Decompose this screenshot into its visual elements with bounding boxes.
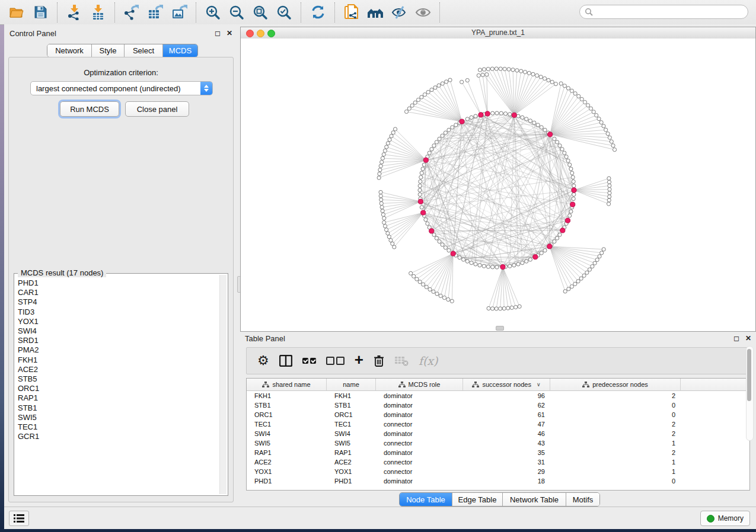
mcds-result-item[interactable]: ORC1 [18, 384, 216, 393]
network-window-titlebar[interactable]: YPA_prune.txt_1 [241, 27, 755, 39]
table-cell-successor_nodes: 29 [463, 468, 550, 475]
select-all-columns-icon[interactable] [302, 352, 316, 370]
open-session-icon[interactable] [5, 2, 28, 23]
table-cell-predecessor_nodes: 0 [550, 411, 681, 418]
table-row[interactable]: SWI4SWI4dominator462 [247, 429, 749, 438]
function-builder-icon: f(x) [419, 352, 438, 370]
table-cell-mcds_role: connector [376, 468, 463, 475]
control-panel-title: Control Panel [5, 27, 237, 38]
mcds-result-item[interactable]: STB5 [18, 374, 216, 384]
mcds-result-item[interactable]: PHD1 [18, 278, 216, 288]
import-table-icon[interactable] [86, 2, 110, 23]
window-minimize-icon[interactable] [257, 30, 264, 37]
table-panel-title: Table Panel [240, 332, 756, 343]
table-row[interactable]: RAP1RAP1dominator352 [247, 448, 749, 457]
mcds-result-item[interactable]: STP4 [18, 297, 216, 307]
zoom-in-icon[interactable] [201, 2, 225, 23]
delete-column-icon[interactable] [374, 352, 384, 370]
tab-motifs[interactable]: Motifs [566, 493, 599, 506]
tab-style[interactable]: Style [92, 44, 125, 57]
save-session-icon[interactable] [28, 2, 52, 23]
close-panel-button[interactable]: Close panel [125, 101, 189, 117]
mcds-result-item[interactable]: PMA2 [18, 345, 216, 355]
table-row[interactable]: FKH1FKH1dominator962 [247, 391, 749, 400]
table-cell-predecessor_nodes: 1 [550, 459, 681, 466]
tab-mcds[interactable]: MCDS [163, 44, 197, 57]
column-header-shared-name[interactable]: shared name [247, 379, 327, 390]
tab-node-table[interactable]: Node Table [400, 493, 452, 506]
window-maximize-icon[interactable] [267, 30, 275, 37]
table-cell-mcds_role: connector [376, 421, 463, 428]
table-panel-float-icon[interactable]: ◻ [733, 334, 739, 342]
table-row[interactable]: SWI5SWI5connector431 [247, 438, 749, 448]
hide-selected-icon[interactable] [387, 2, 411, 23]
column-header-label: successor nodes [482, 381, 531, 388]
mcds-result-item[interactable]: YOX1 [18, 317, 216, 326]
mcds-result-item[interactable]: SWI5 [18, 413, 216, 422]
import-network-icon[interactable] [62, 2, 86, 23]
tab-select[interactable]: Select [125, 44, 163, 57]
table-cell-shared_name: SWI5 [247, 440, 327, 447]
toolbar-group-export [115, 2, 196, 23]
search-field[interactable] [579, 5, 748, 19]
table-options-gear-icon[interactable]: ⚙ [257, 352, 269, 370]
table-row[interactable]: ACE2ACE2connector311 [247, 457, 749, 467]
show-panel-list-button[interactable] [9, 511, 29, 526]
toolbar-group-file [0, 2, 58, 23]
network-scroll-grip[interactable] [496, 326, 504, 331]
table-row[interactable]: PHD1PHD1dominator180 [247, 476, 749, 486]
refresh-icon[interactable] [306, 2, 330, 23]
mcds-result-item[interactable]: FKH1 [18, 355, 216, 365]
column-type-icon [582, 382, 589, 388]
zoom-out-icon[interactable] [225, 2, 248, 23]
column-header-predecessor-nodes[interactable]: predecessor nodes [550, 379, 681, 390]
node-table-scrollbar[interactable] [746, 346, 754, 441]
mcds-result-item[interactable]: STB1 [18, 403, 216, 413]
mcds-result-item[interactable]: ACE2 [18, 365, 216, 374]
export-network-icon[interactable] [120, 2, 143, 23]
column-header-successor-nodes[interactable]: successor nodes∨ [463, 379, 550, 390]
mcds-result-scrollbar[interactable] [219, 275, 227, 494]
sort-indicator-icon[interactable]: ∨ [537, 382, 541, 387]
mcds-result-item[interactable]: CAR1 [18, 288, 216, 297]
network-canvas-area[interactable] [241, 39, 755, 331]
show-all-icon[interactable] [411, 2, 435, 23]
scrollbar-thumb[interactable] [747, 349, 751, 401]
table-panel-close-icon[interactable]: ✕ [745, 334, 751, 342]
memory-button[interactable]: Memory [700, 511, 750, 526]
table-row[interactable]: YOX1YOX1connector291 [247, 467, 749, 476]
deselect-all-columns-icon[interactable] [326, 352, 344, 370]
create-column-icon[interactable]: + [355, 351, 363, 369]
window-close-icon[interactable] [246, 30, 254, 37]
memory-label: Memory [718, 514, 744, 523]
control-panel-float-icon[interactable]: ◻ [215, 29, 221, 37]
table-row[interactable]: TEC1TEC1connector472 [247, 419, 749, 429]
fit-content-icon[interactable] [248, 2, 272, 23]
mcds-result-item[interactable]: RAP1 [18, 393, 216, 403]
mcds-result-item[interactable]: SRD1 [18, 336, 216, 345]
export-image-icon[interactable] [167, 2, 191, 23]
first-neighbors-icon[interactable] [363, 2, 387, 23]
optimization-criterion-select[interactable]: largest connected component (undirected) [30, 81, 213, 95]
run-mcds-button[interactable]: Run MCDS [60, 101, 119, 117]
column-header-MCDS-role[interactable]: MCDS role [376, 379, 463, 390]
table-cell-predecessor_nodes: 1 [550, 468, 681, 475]
search-input[interactable] [593, 7, 732, 17]
table-cell-mcds_role: dominator [376, 477, 463, 485]
new-network-from-selection-icon[interactable] [340, 2, 363, 23]
network-canvas [241, 39, 755, 331]
tab-edge-table[interactable]: Edge Table [452, 493, 503, 506]
mcds-result-item[interactable]: SWI4 [18, 326, 216, 336]
control-panel-close-icon[interactable]: ✕ [227, 29, 232, 37]
mcds-result-item[interactable]: TEC1 [18, 422, 216, 432]
mcds-result-item[interactable]: GCR1 [18, 432, 216, 441]
table-row[interactable]: ORC1ORC1dominator610 [247, 410, 749, 419]
export-table-icon[interactable] [143, 2, 167, 23]
table-row[interactable]: STB1STB1dominator620 [247, 400, 749, 410]
zoom-selected-icon[interactable] [272, 2, 296, 23]
mcds-result-item[interactable]: TID3 [18, 307, 216, 317]
show-column-panel-icon[interactable] [279, 352, 292, 370]
tab-network[interactable]: Network [47, 44, 92, 57]
column-header-name[interactable]: name [327, 379, 376, 390]
tab-network-table[interactable]: Network Table [503, 493, 566, 506]
